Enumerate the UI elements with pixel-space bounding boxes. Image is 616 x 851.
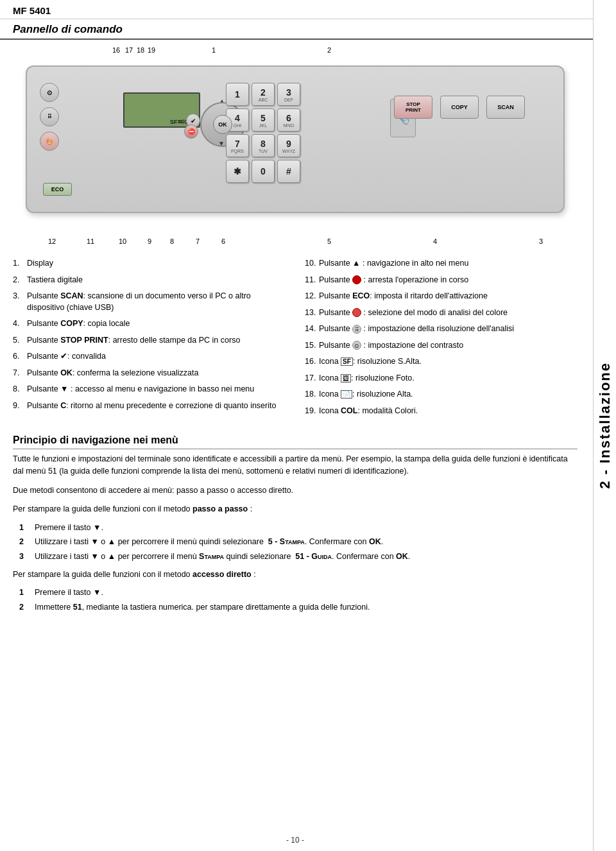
item-text-19: Icona COL: modalità Colori.	[319, 406, 578, 417]
step-diretto-1: 1 Premere il tasto ▼.	[19, 587, 578, 599]
step-text-3: Utilizzare i tasti ▼ o ▲ per percorrere …	[35, 551, 578, 563]
step-num-1: 1	[19, 522, 35, 534]
step-dnum-1: 1	[19, 587, 35, 599]
keypad: 1 2ABC 3DEF 4GHI 5JKL 6MNO 7PQRS 8TUV 9W…	[226, 83, 300, 183]
list-item-9: 9. Pulsante C: ritorno al menu precedent…	[13, 400, 286, 412]
item-num-3: 3.	[13, 291, 27, 302]
model-title: MF 5401	[13, 5, 51, 16]
num-bottom-11: 11	[87, 237, 94, 245]
steps-passo: 1 Premere il tasto ▼. 2 Utilizzare i tas…	[19, 522, 578, 563]
item-num-8: 8.	[13, 384, 27, 395]
num-19: 19	[148, 46, 155, 54]
item-num-1: 1.	[13, 258, 27, 270]
key-7[interactable]: 7PQRS	[226, 134, 249, 157]
step-dnum-2: 2	[19, 602, 35, 614]
item-num-11: 11.	[305, 275, 319, 286]
list-item-12: 12. Pulsante ECO: imposta il ritardo del…	[305, 291, 578, 302]
section2-heading: Principio di navigazione nei menù	[13, 434, 578, 449]
left-column: 1. Display 2. Tastiera digitale 3. Pulsa…	[13, 258, 286, 422]
scan-button[interactable]: SCAN	[486, 96, 525, 119]
item-text-11: Pulsante : arresta l'operazione in corso	[319, 275, 578, 286]
step-text-2: Utilizzare i tasti ▼ o ▲ per percorrere …	[35, 537, 578, 548]
resolution-btn[interactable]: ⠿	[40, 107, 59, 126]
content-area: 1. Display 2. Tastiera digitale 3. Pulsa…	[0, 252, 590, 626]
key-9[interactable]: 9WXYZ	[277, 134, 300, 157]
item-num-4: 4.	[13, 318, 27, 330]
list-item-7: 7. Pulsante OK: conferma la selezione vi…	[13, 368, 286, 379]
item-text-9: Pulsante C: ritorno al menu precedente e…	[27, 400, 286, 412]
stop-button[interactable]: ⛔	[184, 125, 198, 139]
eco-button[interactable]: ECO	[43, 183, 72, 196]
color-mode-btn[interactable]: 🎨	[40, 132, 59, 151]
list-item-8: 8. Pulsante ▼ : accesso al menu e naviga…	[13, 384, 286, 395]
step-passo-2: 2 Utilizzare i tasti ▼ o ▲ per percorrer…	[19, 537, 578, 548]
list-item-1: 1. Display	[13, 258, 286, 270]
section1-title: Pannello di comando	[13, 23, 603, 36]
item-text-16: Icona SF: risoluzione S.Alta.	[319, 356, 578, 368]
side-label-text: 2 - Installazione	[597, 362, 613, 489]
item-num-18: 18.	[305, 389, 319, 400]
item-text-3: Pulsante SCAN: scansione di un documento…	[27, 291, 286, 313]
num-bottom-10: 10	[119, 237, 126, 245]
list-item-15: 15. Pulsante ⊙ : impostazione del contra…	[305, 340, 578, 352]
num-17: 17	[125, 46, 133, 54]
passo-bold: passo a passo	[193, 504, 248, 513]
num-bottom-9: 9	[148, 237, 151, 245]
list-item-3: 3. Pulsante SCAN: scansione di un docume…	[13, 291, 286, 313]
list-item-13: 13. Pulsante : selezione del modo di ana…	[305, 307, 578, 319]
item-num-7: 7.	[13, 368, 27, 379]
item-text-15: Pulsante ⊙ : impostazione del contrasto	[319, 340, 578, 352]
list-item-16: 16. Icona SF: risoluzione S.Alta.	[305, 356, 578, 368]
item-num-13: 13.	[305, 307, 319, 319]
section1-heading: Pannello di comando	[0, 19, 616, 40]
step-num-2: 2	[19, 537, 35, 548]
right-function-buttons: STOP PRINT COPY SCAN	[394, 96, 525, 119]
item-num-2: 2.	[13, 275, 27, 286]
num-bottom-12: 12	[48, 237, 56, 245]
list-item-2: 2. Tastiera digitale	[13, 275, 286, 286]
key-6[interactable]: 6MNO	[277, 108, 300, 132]
item-num-5: 5.	[13, 335, 27, 347]
contrast-btn[interactable]: ⊙	[40, 83, 59, 102]
copy-button[interactable]: COPY	[440, 96, 479, 119]
item-num-6: 6.	[13, 351, 27, 363]
step-passo-1: 1 Premere il tasto ▼.	[19, 522, 578, 534]
list-item-17: 17. Icona 🖼: risoluzione Foto.	[305, 373, 578, 384]
key-hash[interactable]: #	[277, 160, 300, 183]
stop-print-button[interactable]: STOP PRINT	[394, 96, 432, 119]
right-column: 10. Pulsante ▲ : navigazione in alto nei…	[305, 258, 578, 422]
step-text-1: Premere il tasto ▼.	[35, 522, 578, 534]
list-item-19: 19. Icona COL: modalità Colori.	[305, 406, 578, 417]
num-bottom-5: 5	[327, 237, 331, 245]
num-bottom-3: 3	[539, 237, 543, 245]
list-item-11: 11. Pulsante : arresta l'operazione in c…	[305, 275, 578, 286]
item-num-16: 16.	[305, 356, 319, 368]
num-18: 18	[137, 46, 144, 54]
step-num-3: 3	[19, 551, 35, 563]
item-text-10: Pulsante ▲ : navigazione in alto nei men…	[319, 258, 578, 270]
ok-button[interactable]: OK	[213, 115, 232, 134]
num-16: 16	[112, 46, 120, 54]
key-5[interactable]: 5JKL	[252, 108, 275, 132]
page-footer: - 10 -	[0, 836, 590, 845]
item-num-14: 14.	[305, 323, 319, 335]
diretto-bold: accesso diretto	[193, 570, 252, 579]
items-list: 1. Display 2. Tastiera digitale 3. Pulsa…	[13, 258, 578, 422]
item-text-17: Icona 🖼: risoluzione Foto.	[319, 373, 578, 384]
key-2[interactable]: 2ABC	[252, 83, 275, 106]
key-star[interactable]: ✱	[226, 160, 249, 183]
key-8[interactable]: 8TUV	[252, 134, 275, 157]
item-text-12: Pulsante ECO: imposta il ritardo dell'at…	[319, 291, 578, 302]
key-0[interactable]: 0	[252, 160, 275, 183]
list-item-18: 18. Icona 📄: risoluzione Alta.	[305, 389, 578, 400]
item-text-6: Pulsante ✔: convalida	[27, 351, 286, 363]
num-1: 1	[212, 46, 216, 54]
key-3[interactable]: 3DEF	[277, 83, 300, 106]
down-arrow-label: ▼	[218, 140, 225, 147]
step-diretto-2: 2 Immettere 51, mediante la tastiera num…	[19, 602, 578, 614]
num-2: 2	[327, 46, 331, 54]
key-1[interactable]: 1	[226, 83, 249, 106]
list-item-10: 10. Pulsante ▲ : navigazione in alto nei…	[305, 258, 578, 270]
list-item-4: 4. Pulsante COPY: copia locale	[13, 318, 286, 330]
panel-body: ⊙ ⠿ 🎨 SF✉/COL ▲ OK ▼ C ✔ 1 2ABC	[26, 65, 565, 213]
